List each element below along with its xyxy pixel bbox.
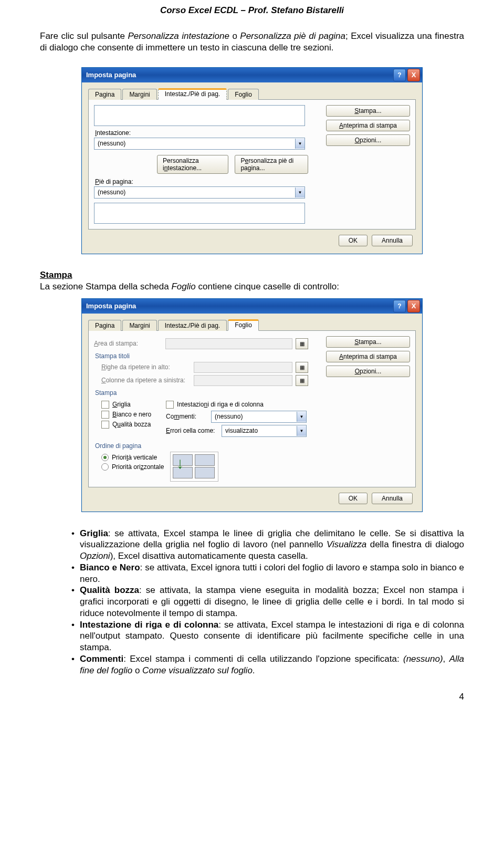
close-button[interactable]: X xyxy=(407,300,420,312)
page-order-preview-icon: ↓ xyxy=(170,452,218,482)
section-title-stampa: Stampa xyxy=(40,270,464,280)
lbl-pie: Piè di pagina: xyxy=(95,178,308,185)
opzioni-button[interactable]: Opzioni... xyxy=(326,134,410,146)
window-title: Imposta pagina xyxy=(84,71,392,79)
page-header: Corso Excel ECDL – Prof. Stefano Bistare… xyxy=(40,5,464,16)
annulla-button[interactable]: Annulla xyxy=(372,493,413,504)
range-picker-icon[interactable]: ▦ xyxy=(296,338,308,349)
range-picker-icon[interactable]: ▦ xyxy=(296,375,308,386)
list-item: Griglia: se attivata, Excel stampa le li… xyxy=(71,528,464,562)
group-stampa-titoli: Stampa titoli xyxy=(95,352,308,360)
combo-pie[interactable]: (nessuno) ▼ xyxy=(94,186,305,199)
radio-priorita-orizzontale[interactable]: Priorità orizzontale xyxy=(101,463,164,471)
section-intro: La sezione Stampa della scheda Foglio co… xyxy=(40,282,464,292)
tab-margini[interactable]: Margini xyxy=(122,89,156,100)
bullet-list: Griglia: se attivata, Excel stampa le li… xyxy=(50,528,464,676)
intro-paragraph: Fare clic sul pulsante Personalizza inte… xyxy=(40,30,464,54)
anteprima-button[interactable]: Anteprima di stampa xyxy=(326,120,410,131)
close-button[interactable]: X xyxy=(407,69,420,81)
lbl-intestazione: Intestazione: xyxy=(95,129,308,137)
header-preview xyxy=(94,105,305,126)
dialog-imposta-pagina-2: Imposta pagina ? X Pagina Margini Intest… xyxy=(81,298,423,512)
help-button[interactable]: ? xyxy=(393,69,406,81)
list-item: Intestazione di riga e di colonna: se at… xyxy=(71,619,464,653)
tab-foglio[interactable]: Foglio xyxy=(228,89,259,100)
tab-foglio[interactable]: Foglio xyxy=(228,319,259,331)
tabs: Pagina Margini Intestaz./Piè di pag. Fog… xyxy=(88,319,416,331)
tab-intestaz[interactable]: Intestaz./Piè di pag. xyxy=(158,320,227,331)
tab-intestaz[interactable]: Intestaz./Piè di pag. xyxy=(158,88,227,100)
ok-button[interactable]: OK xyxy=(339,235,368,246)
chevron-down-icon[interactable]: ▼ xyxy=(297,412,306,422)
personalizza-intestazione-button[interactable]: Personalizza intestazione... xyxy=(157,155,228,174)
tab-pagina[interactable]: Pagina xyxy=(88,89,121,100)
chevron-down-icon[interactable]: ▼ xyxy=(295,139,304,149)
colonne-ripetere-input[interactable] xyxy=(194,375,292,386)
ok-button[interactable]: OK xyxy=(339,493,368,504)
lbl-colonne-ripetere: Colonne da ripetere a sinistra: xyxy=(101,377,191,384)
lbl-commenti: Commenti: xyxy=(166,413,208,420)
stampa-button[interactable]: Stampa... xyxy=(326,105,410,117)
range-picker-icon[interactable]: ▦ xyxy=(296,362,308,373)
list-item: Qualità bozza: se attivata, la stampa vi… xyxy=(71,585,464,619)
page-number: 4 xyxy=(40,692,464,702)
titlebar: Imposta pagina ? X xyxy=(82,68,422,82)
annulla-button[interactable]: Annulla xyxy=(372,235,413,246)
radio-priorita-verticale[interactable]: Priorità verticale xyxy=(101,454,164,461)
chevron-down-icon[interactable]: ▼ xyxy=(297,426,306,436)
titlebar: Imposta pagina ? X xyxy=(82,299,422,314)
chk-griglia[interactable]: Griglia xyxy=(101,401,151,409)
combo-commenti[interactable]: (nessuno)▼ xyxy=(211,411,307,423)
opzioni-button[interactable]: Opzioni... xyxy=(326,366,410,377)
tab-pagina[interactable]: Pagina xyxy=(88,320,121,331)
tab-panel-intestaz: Stampa... Anteprima di stampa Opzioni...… xyxy=(88,100,416,230)
list-item: Commenti: Excel stampa i commenti di cel… xyxy=(71,653,464,676)
footer-preview xyxy=(94,203,305,224)
chk-bianco-nero[interactable]: Bianco e nero xyxy=(101,411,151,419)
chevron-down-icon[interactable]: ▼ xyxy=(295,187,304,197)
combo-errori[interactable]: visualizzato▼ xyxy=(222,425,307,437)
lbl-righe-ripetere: Righe da ripetere in alto: xyxy=(101,363,191,371)
tabs: Pagina Margini Intestaz./Piè di pag. Fog… xyxy=(88,88,416,100)
list-item: Bianco e Nero: se attivata, Excel ignora… xyxy=(71,562,464,585)
lbl-errori: Errori cella come: xyxy=(166,427,218,434)
lbl-area-stampa: Area di stampa: xyxy=(94,340,162,347)
group-ordine-pagina: Ordine di pagina xyxy=(95,442,308,450)
group-stampa: Stampa xyxy=(95,389,308,397)
help-button[interactable]: ? xyxy=(393,300,406,312)
dialog-imposta-pagina-1: Imposta pagina ? X Pagina Margini Intest… xyxy=(81,67,423,254)
combo-intestazione[interactable]: (nessuno) ▼ xyxy=(94,138,305,150)
personalizza-pie-button[interactable]: Personalizza piè di pagina... xyxy=(235,155,308,174)
stampa-button[interactable]: Stampa... xyxy=(326,336,410,348)
tab-margini[interactable]: Margini xyxy=(122,320,156,331)
righe-ripetere-input[interactable] xyxy=(194,362,292,373)
chk-qualita-bozza[interactable]: Qualità bozza xyxy=(101,421,151,429)
tab-panel-foglio: Stampa... Anteprima di stampa Opzioni...… xyxy=(88,331,416,487)
anteprima-button[interactable]: Anteprima di stampa xyxy=(326,351,410,362)
chk-intestazioni-rc[interactable]: Intestazioni di riga e di colonna xyxy=(166,401,307,409)
window-title: Imposta pagina xyxy=(84,302,392,310)
area-stampa-input[interactable] xyxy=(165,338,292,349)
